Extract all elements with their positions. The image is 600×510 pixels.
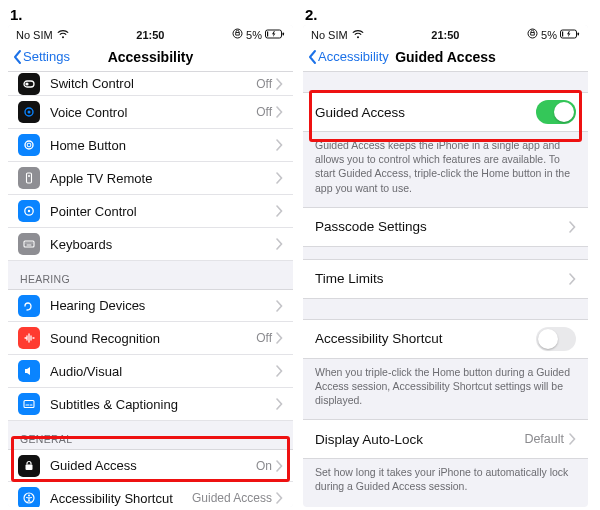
battery-icon [560, 29, 580, 41]
carrier-text: No SIM [16, 29, 53, 41]
chevron-right-icon [276, 238, 283, 250]
row-label: Pointer Control [50, 204, 276, 219]
switch-control-icon [18, 73, 40, 95]
battery-icon [265, 29, 285, 41]
chevron-right-icon [276, 398, 283, 410]
orientation-lock-icon [232, 28, 243, 41]
footer-guided-access: Guided Access keeps the iPhone in a sing… [303, 132, 588, 207]
phone-right: No SIM 21:50 5% Accessibility Guided [303, 25, 588, 507]
back-label: Settings [23, 49, 70, 64]
row-detail: Guided Access [192, 491, 272, 505]
svg-rect-15 [24, 401, 34, 408]
chevron-right-icon [276, 106, 283, 118]
pointer-control-icon [18, 200, 40, 222]
svg-rect-3 [267, 31, 268, 36]
row-label: Guided Access [315, 105, 536, 120]
row-guided-access-toggle[interactable]: Guided Access [303, 92, 588, 132]
row-label: Home Button [50, 138, 276, 153]
keyboards-icon [18, 233, 40, 255]
row-label: Switch Control [50, 76, 256, 91]
footer-accessibility-shortcut: When you triple-click the Home button du… [303, 359, 588, 420]
wifi-icon [352, 29, 364, 41]
row-label: Apple TV Remote [50, 171, 276, 186]
sound-recognition-icon [18, 327, 40, 349]
status-time: 21:50 [431, 29, 459, 41]
battery-text: 5% [246, 29, 262, 41]
row-detail: Off [256, 105, 272, 119]
chevron-right-icon [569, 273, 576, 285]
row-subtitles[interactable]: Subtitles & Captioning [8, 388, 293, 421]
svg-rect-10 [27, 173, 32, 183]
status-bar: No SIM 21:50 5% [303, 25, 588, 42]
svg-point-8 [25, 141, 33, 149]
row-home-button[interactable]: Home Button [8, 129, 293, 162]
chevron-right-icon [569, 433, 576, 445]
orientation-lock-icon [527, 28, 538, 41]
row-audio-visual[interactable]: Audio/Visual [8, 355, 293, 388]
carrier-text: No SIM [311, 29, 348, 41]
audio-visual-icon [18, 360, 40, 382]
row-label: Guided Access [50, 458, 256, 473]
accessibility-shortcut-icon [18, 487, 40, 507]
row-label: Accessibility Shortcut [50, 491, 192, 506]
back-button[interactable]: Accessibility [303, 49, 389, 65]
section-header-hearing: HEARING [8, 261, 293, 289]
svg-point-5 [25, 82, 28, 85]
row-label: Sound Recognition [50, 331, 256, 346]
row-time-limits[interactable]: Time Limits [303, 259, 588, 299]
svg-rect-16 [26, 464, 33, 470]
svg-point-7 [28, 111, 31, 114]
row-accessibility-shortcut[interactable]: Accessibility Shortcut [303, 319, 588, 359]
row-apple-tv-remote[interactable]: Apple TV Remote [8, 162, 293, 195]
section-header-general: GENERAL [8, 421, 293, 449]
svg-rect-2 [282, 32, 284, 35]
row-label: Subtitles & Captioning [50, 397, 276, 412]
chevron-left-icon [12, 49, 22, 65]
row-label: Display Auto-Lock [315, 432, 524, 447]
row-hearing-devices[interactable]: Hearing Devices [8, 289, 293, 322]
shot-number-2: 2. [305, 6, 588, 23]
row-display-auto-lock[interactable]: Display Auto-Lock Default [303, 419, 588, 459]
chevron-right-icon [276, 492, 283, 504]
row-label: Audio/Visual [50, 364, 276, 379]
row-guided-access[interactable]: Guided Access On [8, 449, 293, 482]
battery-text: 5% [541, 29, 557, 41]
row-label: Hearing Devices [50, 298, 276, 313]
home-button-icon [18, 134, 40, 156]
row-voice-control[interactable]: Voice Control Off [8, 96, 293, 129]
row-detail: Off [256, 331, 272, 345]
row-sound-recognition[interactable]: Sound Recognition Off [8, 322, 293, 355]
row-label: Voice Control [50, 105, 256, 120]
hearing-devices-icon [18, 295, 40, 317]
chevron-right-icon [276, 300, 283, 312]
chevron-left-icon [307, 49, 317, 65]
toggle-accessibility-shortcut[interactable] [536, 327, 576, 351]
nav-bar: Accessibility Guided Access [303, 42, 588, 72]
chevron-right-icon [276, 139, 283, 151]
phone-left: No SIM 21:50 5% Settings Accessibili [8, 25, 293, 507]
row-pointer-control[interactable]: Pointer Control [8, 195, 293, 228]
footer-display-auto-lock: Set how long it takes your iPhone to aut… [303, 459, 588, 505]
screenshot-1: 1. No SIM 21:50 5% Se [8, 6, 293, 507]
svg-rect-22 [562, 31, 563, 36]
chevron-right-icon [569, 221, 576, 233]
subtitles-icon [18, 393, 40, 415]
status-bar: No SIM 21:50 5% [8, 25, 293, 42]
row-detail: Default [524, 432, 564, 446]
svg-rect-14 [24, 241, 34, 247]
toggle-guided-access[interactable] [536, 100, 576, 124]
row-keyboards[interactable]: Keyboards [8, 228, 293, 261]
guided-access-icon [18, 455, 40, 477]
back-button[interactable]: Settings [8, 49, 70, 65]
status-time: 21:50 [136, 29, 164, 41]
svg-point-18 [28, 495, 30, 497]
svg-rect-9 [27, 143, 30, 146]
chevron-right-icon [276, 365, 283, 377]
svg-rect-21 [577, 32, 579, 35]
row-accessibility-shortcut[interactable]: Accessibility Shortcut Guided Access [8, 482, 293, 507]
row-passcode-settings[interactable]: Passcode Settings [303, 207, 588, 247]
row-switch-control[interactable]: Switch Control Off [8, 72, 293, 96]
chevron-right-icon [276, 332, 283, 344]
row-detail: Off [256, 77, 272, 91]
chevron-right-icon [276, 172, 283, 184]
